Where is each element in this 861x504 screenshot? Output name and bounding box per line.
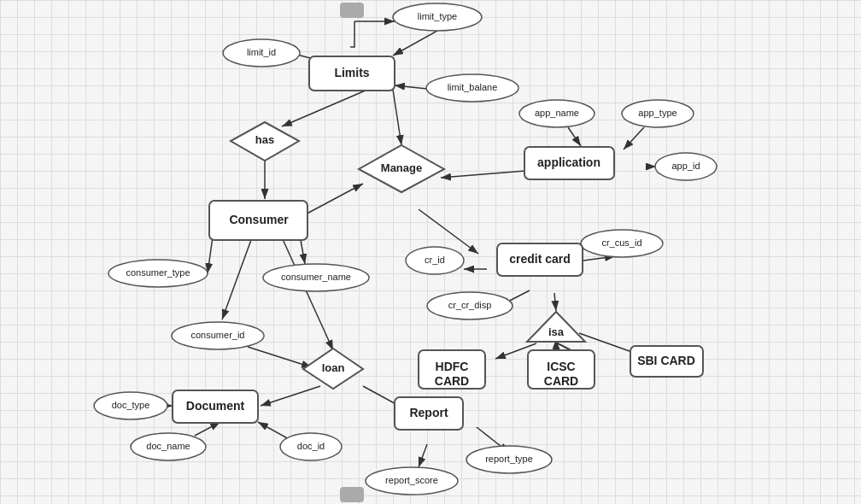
entity-document-label: Document [186, 399, 245, 413]
attr-doc-name-label: doc_name [146, 441, 190, 451]
entity-report-label: Report [409, 406, 448, 419]
entity-icsc-card-label2: CARD [544, 374, 578, 388]
attr-limit-balance-label: limit_balane [448, 82, 498, 92]
rel-has-label: has [255, 133, 274, 146]
attr-cr-cus-id-label: cr_cus_id [601, 237, 641, 248]
conn-app-name [568, 127, 581, 146]
conn-app-type [624, 127, 644, 149]
conn-loan-document [261, 386, 320, 406]
conn-limits-has [282, 90, 367, 126]
entity-limits-label: Limits [334, 66, 369, 79]
rel-loan-label: loan [322, 361, 345, 374]
conn-consumer-manage [299, 184, 363, 218]
entity-hdfc-card-label2: CARD [435, 374, 469, 388]
attr-app-type-label: app_type [638, 108, 676, 118]
scroll-handle-top[interactable] [340, 3, 364, 18]
entity-consumer-label: Consumer [229, 213, 289, 226]
conn-doc-name [195, 422, 220, 436]
attr-report-type-label: report_type [485, 454, 533, 464]
er-diagram: limit_type limit_id limit_balane app_nam… [0, 0, 861, 504]
attr-doc-id-label: doc_id [297, 441, 325, 451]
entity-sbi-card-label: SBI CARD [637, 354, 695, 367]
attr-limit-id-label: limit_id [247, 47, 276, 57]
conn-consumer-loan [282, 237, 333, 350]
conn-doc-id [258, 422, 290, 440]
entity-credit-card-label: credit card [509, 252, 571, 266]
conn-consumer-id-loan [248, 347, 312, 367]
conn-limit-type-limits [393, 31, 437, 56]
attr-doc-type-label: doc_type [112, 400, 150, 410]
attr-app-id-label: app_id [671, 161, 700, 171]
attr-consumer-type-label: consumer_type [126, 267, 190, 278]
attr-app-name-label: app_name [535, 108, 579, 118]
conn-report-score [419, 444, 427, 467]
attr-cr-id-label: cr_id [425, 255, 445, 265]
attr-cr-cr-disp-label: cr_cr_disp [448, 300, 492, 310]
entity-icsc-card-label: ICSC [547, 360, 575, 373]
conn-application-manage [441, 171, 525, 178]
attr-limit-type-label: limit_type [418, 11, 457, 21]
rel-isa-label: isa [548, 325, 565, 338]
conn-consumer-id [222, 237, 252, 319]
scroll-handle-bottom[interactable] [340, 487, 364, 502]
entity-application-label: application [537, 155, 600, 169]
conn-credit-isa [554, 293, 556, 311]
conn-limits-manage [393, 90, 401, 145]
entity-hdfc-card-label: HDFC [436, 360, 469, 373]
attr-consumer-name-label: consumer_name [281, 272, 351, 282]
attr-report-score-label: report_score [385, 475, 438, 485]
rel-manage-label: Manage [381, 161, 422, 174]
conn-top-loop [350, 21, 354, 47]
attr-consumer-id-label: consumer_id [191, 330, 245, 340]
